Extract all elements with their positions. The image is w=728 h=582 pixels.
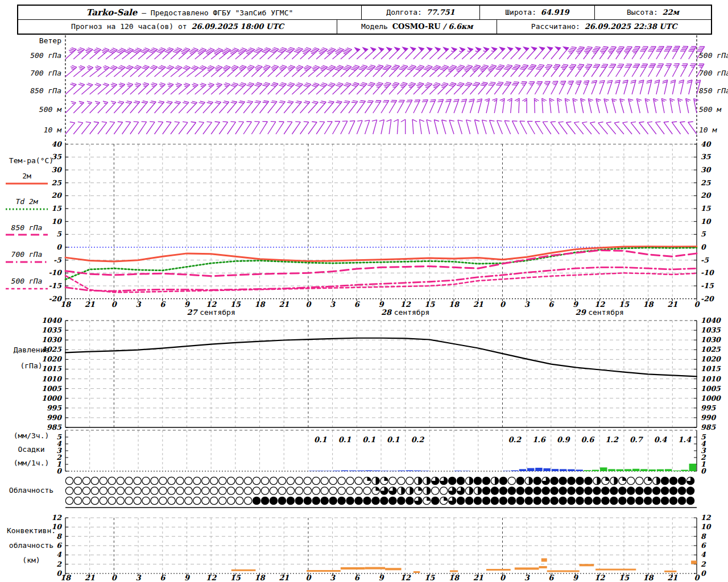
legend-label-t2m: 2м [1,172,52,180]
legend-label-td2m: Td 2м [1,197,52,206]
svg-text:1000: 1000 [42,394,62,402]
svg-text:2: 2 [701,560,706,568]
wind-level-700hpa: 700 гПа [5,69,61,77]
svg-text:985: 985 [701,423,716,431]
svg-text:18: 18 [60,300,72,309]
svg-text:9: 9 [378,300,384,309]
wind-level-500m-right: 500 м [699,105,728,114]
wind-panel-title: Ветер [5,36,61,45]
svg-text:-5: -5 [53,256,62,264]
svg-text:15: 15 [230,300,241,309]
svg-text:12: 12 [400,300,411,309]
svg-text:12: 12 [206,300,217,309]
wind-level-700hpa-right: 700 гПа [699,69,728,77]
svg-text:0.9: 0.9 [557,435,571,444]
svg-text:21: 21 [279,573,289,582]
svg-text:10: 10 [701,522,712,531]
svg-text:0: 0 [56,243,62,251]
svg-text:21: 21 [473,300,483,309]
svg-text:3: 3 [330,573,336,582]
svg-text:10: 10 [701,217,712,226]
wind-level-500hpa: 500 гПа [5,51,61,60]
wind-level-500m: 500 м [5,105,61,114]
svg-text:6: 6 [160,300,166,309]
svg-text:15: 15 [619,300,630,309]
svg-text:8: 8 [701,532,706,541]
svg-text:9: 9 [184,573,191,582]
legend-label-t850: 850 гПа [1,223,52,232]
svg-text:0: 0 [500,300,506,309]
meteogram-chart: 40403535303025252020151510105500-5-5-10-… [0,0,728,582]
svg-text:21: 21 [667,300,677,309]
svg-text:9: 9 [573,300,579,309]
svg-text:15: 15 [424,573,435,582]
precip-panel-title: Осадки [1,445,61,454]
svg-text:1030: 1030 [701,335,721,344]
svg-text:1000: 1000 [701,394,721,402]
svg-text:1040: 1040 [701,316,721,325]
conv-panel-title-1: Конвективн. [1,526,61,535]
svg-text:0: 0 [694,573,700,582]
svg-text:1025: 1025 [701,345,721,354]
svg-text:-10: -10 [701,268,714,277]
svg-text:9: 9 [573,573,579,582]
svg-text:12: 12 [400,573,411,582]
svg-text:0: 0 [305,573,312,582]
svg-text:9: 9 [184,300,191,309]
svg-text:21: 21 [85,300,95,309]
svg-text:21: 21 [667,573,677,582]
svg-text:29 сентября: 29 сентября [576,308,624,317]
precip-units-3h: (мм/3ч.) [1,431,61,440]
svg-text:1010: 1010 [701,375,721,383]
svg-text:0: 0 [56,467,62,475]
svg-text:6: 6 [548,573,555,582]
svg-text:27 сентября: 27 сентября [187,308,235,317]
conv-panel-units: (км) [1,556,61,564]
svg-text:15: 15 [424,300,435,309]
svg-text:990: 990 [47,413,62,422]
svg-text:1015: 1015 [701,364,721,373]
svg-text:6: 6 [548,300,555,309]
cloud-panel-title: Облачность [1,486,61,494]
svg-text:0: 0 [701,569,706,577]
svg-text:18: 18 [449,573,460,582]
svg-text:18: 18 [449,300,460,309]
svg-text:12: 12 [594,573,605,582]
svg-text:4: 4 [701,550,706,559]
svg-text:0: 0 [701,467,706,475]
svg-text:3: 3 [524,573,530,582]
svg-text:0: 0 [701,243,706,251]
svg-text:0: 0 [111,573,118,582]
svg-text:12: 12 [206,573,217,582]
svg-text:35: 35 [701,152,712,161]
svg-text:0: 0 [111,300,118,309]
svg-text:985: 985 [47,423,62,431]
svg-text:15: 15 [619,573,630,582]
svg-text:18: 18 [254,300,266,309]
svg-text:6: 6 [701,541,706,550]
svg-text:990: 990 [701,413,716,422]
svg-text:40: 40 [52,140,63,148]
svg-text:15: 15 [701,204,712,213]
svg-text:1005: 1005 [42,384,62,393]
svg-text:-15: -15 [701,281,714,290]
precip-units-1h: (мм/1ч.) [1,459,61,467]
svg-text:1020: 1020 [701,355,721,363]
svg-text:5: 5 [701,230,706,238]
svg-text:995: 995 [47,404,62,412]
svg-text:0: 0 [694,300,700,309]
svg-text:6: 6 [160,573,166,582]
svg-text:9: 9 [378,573,384,582]
svg-text:0: 0 [500,573,506,582]
svg-text:1030: 1030 [42,335,62,344]
svg-text:3: 3 [136,573,142,582]
svg-text:21: 21 [473,573,483,582]
svg-text:25: 25 [52,178,63,187]
svg-text:15: 15 [230,573,241,582]
svg-text:3: 3 [524,300,530,309]
svg-text:1005: 1005 [701,384,721,393]
wind-level-850hpa: 850 гПа [5,86,61,95]
svg-text:0.4: 0.4 [654,435,668,444]
svg-text:30: 30 [701,165,712,174]
conv-panel-title-2: облачность [1,541,61,550]
